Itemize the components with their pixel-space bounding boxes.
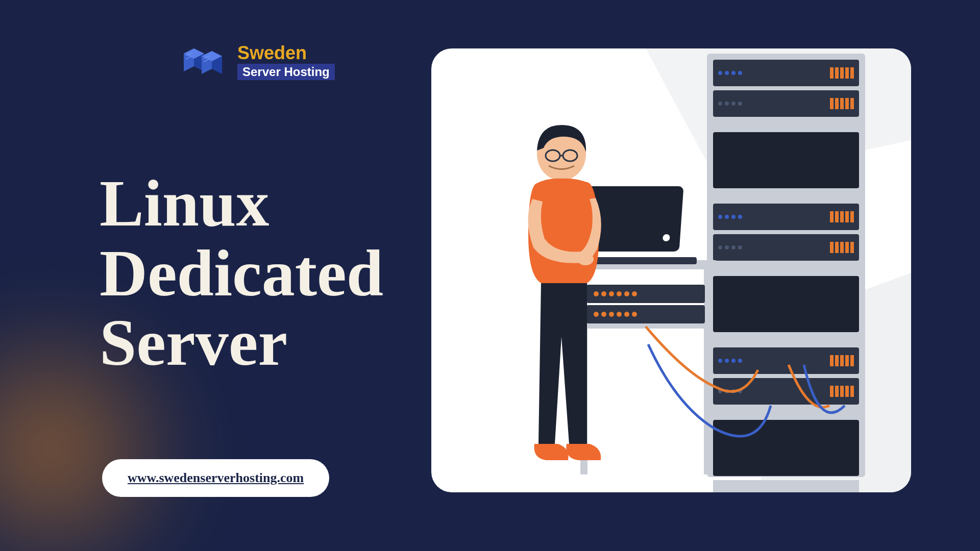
server-rack-isometric-icon bbox=[179, 41, 230, 82]
server-rack-icon bbox=[707, 54, 865, 477]
hero-illustration bbox=[431, 48, 911, 492]
person-illustration bbox=[498, 117, 630, 474]
person-at-desk bbox=[498, 117, 717, 474]
heading-line-2: Dedicated bbox=[100, 236, 383, 310]
logo-subtitle-wrap: Server Hosting bbox=[237, 64, 335, 80]
heading-line-3: Server bbox=[100, 306, 287, 379]
logo-text: Sweden Server Hosting bbox=[237, 42, 335, 80]
svg-point-16 bbox=[577, 253, 594, 265]
website-url: www.swedenserverhosting.com bbox=[128, 470, 304, 485]
logo-subtitle: Server Hosting bbox=[242, 65, 330, 79]
heading-line-1: Linux bbox=[100, 166, 269, 240]
logo: Sweden Server Hosting bbox=[179, 41, 335, 82]
website-url-pill[interactable]: www.swedenserverhosting.com bbox=[102, 459, 329, 497]
logo-brand-name: Sweden bbox=[237, 42, 335, 64]
main-heading: Linux Dedicated Server bbox=[100, 168, 383, 378]
